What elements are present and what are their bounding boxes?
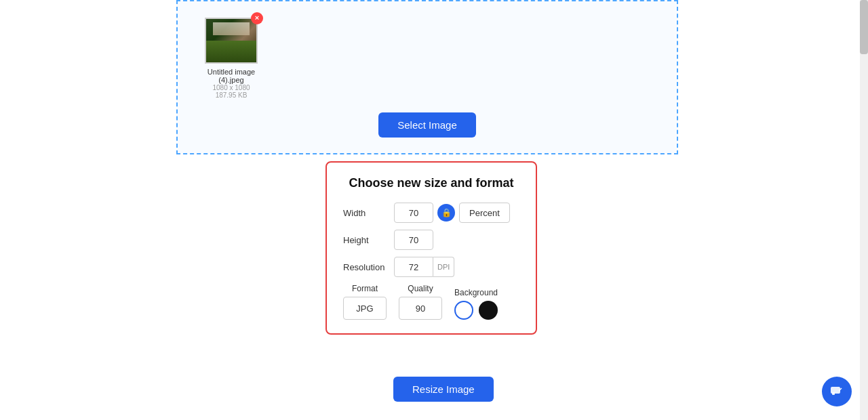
width-row: Width 🔒 Percent [343, 203, 519, 223]
upload-area: × Untitled image (4).jpeg 1080 x 1080 18… [176, 0, 678, 154]
background-swatches [454, 301, 498, 320]
height-label: Height [343, 235, 394, 245]
quality-input[interactable] [399, 297, 442, 320]
background-label: Background [454, 288, 498, 297]
image-name-line1: Untitled image [208, 68, 255, 76]
help-icon [829, 384, 844, 399]
image-thumbnail [205, 18, 258, 64]
image-row: × Untitled image (4).jpeg 1080 x 1080 18… [205, 18, 258, 99]
background-black-swatch[interactable] [479, 301, 498, 320]
resolution-label: Resolution [343, 262, 394, 272]
panel-title: Choose new size and format [343, 176, 519, 190]
lock-icon: 🔒 [441, 208, 452, 217]
dpi-label: DPI [433, 257, 454, 277]
width-input[interactable] [394, 203, 433, 223]
scrollbar-thumb[interactable] [860, 0, 868, 54]
image-card: × Untitled image (4).jpeg 1080 x 1080 18… [205, 18, 258, 99]
lock-button[interactable]: 🔒 [437, 204, 455, 222]
scrollbar-track [860, 0, 868, 420]
image-dimensions: 1080 x 1080 [208, 84, 255, 91]
dpi-wrapper: DPI [394, 257, 454, 277]
format-group: Format [343, 284, 387, 320]
background-white-swatch[interactable] [454, 301, 473, 320]
select-image-button[interactable]: Select Image [378, 112, 476, 138]
unit-button[interactable]: Percent [459, 203, 510, 223]
width-label: Width [343, 208, 394, 218]
quality-group: Quality [399, 284, 442, 320]
resize-image-button[interactable]: Resize Image [393, 377, 494, 402]
image-name-line2: (4).jpeg [208, 76, 255, 84]
height-input[interactable] [394, 230, 433, 250]
page-wrapper: × Untitled image (4).jpeg 1080 x 1080 18… [0, 0, 868, 420]
remove-image-button[interactable]: × [251, 12, 263, 24]
resolution-row: Resolution DPI [343, 257, 519, 277]
image-file-size: 187.95 KB [208, 91, 255, 99]
upload-content: × Untitled image (4).jpeg 1080 x 1080 18… [178, 4, 677, 151]
background-group: Background [454, 288, 498, 320]
resolution-input[interactable] [394, 257, 433, 277]
image-info: Untitled image (4).jpeg 1080 x 1080 187.… [208, 68, 255, 99]
help-button[interactable] [822, 377, 852, 406]
svg-rect-1 [832, 392, 835, 395]
height-row: Height [343, 230, 519, 250]
quality-label: Quality [399, 284, 442, 293]
svg-rect-0 [831, 387, 840, 394]
format-input[interactable] [343, 297, 387, 320]
format-label: Format [343, 284, 387, 293]
format-panel: Choose new size and format Width 🔒 Perce… [326, 161, 537, 335]
bottom-row: Format Quality Background [343, 284, 519, 320]
